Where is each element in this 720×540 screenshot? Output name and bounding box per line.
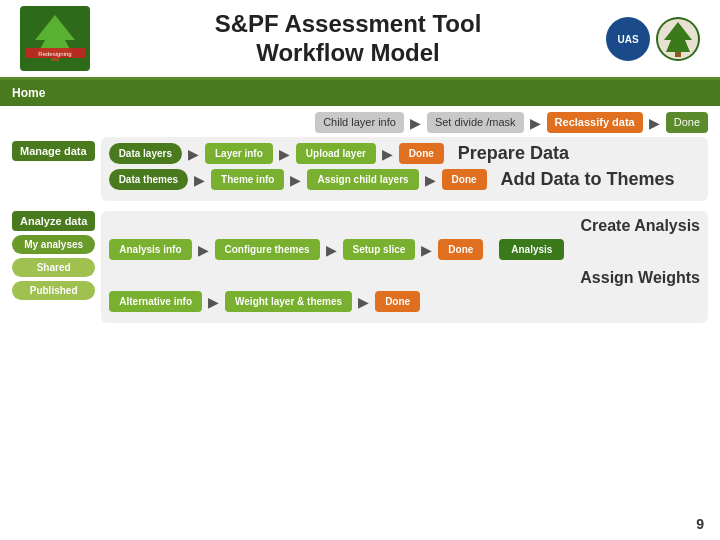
logo-uas: UAS (606, 17, 650, 61)
svg-rect-9 (675, 52, 681, 57)
step-done-top[interactable]: Done (666, 112, 708, 133)
step-reclassify-data[interactable]: Reclassify data (547, 112, 643, 133)
done-analysis: Done (438, 239, 483, 260)
arrow-dt3: ▶ (425, 172, 436, 188)
logo-tree (656, 17, 700, 61)
arrow3: ▶ (649, 115, 660, 131)
rect-theme-info[interactable]: Theme info (211, 169, 284, 190)
title-line1: S&PF Assessment Tool (90, 10, 606, 39)
svg-text:UAS: UAS (617, 34, 638, 45)
done-data-layers: Done (399, 143, 444, 164)
header-logos-right: UAS (606, 17, 700, 61)
create-analysis-label: Create Analysis (581, 217, 700, 235)
analyze-data-label: Analyze data (12, 211, 95, 231)
arrow-dt1: ▶ (194, 172, 205, 188)
arrow-aw2: ▶ (358, 294, 369, 310)
manage-data-label: Manage data (12, 141, 95, 161)
oval-data-themes[interactable]: Data themes (109, 169, 188, 190)
nav-home[interactable]: Home (12, 86, 45, 100)
arrow-dt2: ▶ (290, 172, 301, 188)
step-set-divide-mask[interactable]: Set divide /mask (427, 112, 524, 133)
sub-shared[interactable]: Shared (12, 258, 95, 277)
label-add-data-themes: Add Data to Themes (501, 169, 675, 190)
workflow-row-data-themes: Data themes ▶ Theme info ▶ Assign child … (109, 169, 700, 190)
header-title: S&PF Assessment Tool Workflow Model (90, 10, 606, 68)
step-child-layer-info[interactable]: Child layer info (315, 112, 404, 133)
navbar: Home (0, 80, 720, 106)
sub-published[interactable]: Published (12, 281, 95, 300)
logo-left-text: Redesigning (25, 10, 85, 68)
arrow-a1: ▶ (198, 242, 209, 258)
workflow-row-data-layers: Data layers ▶ Layer info ▶ Upload layer … (109, 143, 700, 164)
arrow-dl2: ▶ (279, 146, 290, 162)
rect-assign-child-layers[interactable]: Assign child layers (307, 169, 418, 190)
rect-analysis-info[interactable]: Analysis info (109, 239, 191, 260)
done-data-themes: Done (442, 169, 487, 190)
sub-my-analyses[interactable]: My analyses (12, 235, 95, 254)
arrow-aw1: ▶ (208, 294, 219, 310)
rect-analysis[interactable]: Analysis (499, 239, 564, 260)
rect-layer-info[interactable]: Layer info (205, 143, 273, 164)
arrow-a2: ▶ (326, 242, 337, 258)
arrow2: ▶ (530, 115, 541, 131)
rect-weight-layer-themes[interactable]: Weight layer & themes (225, 291, 352, 312)
rect-configure-themes[interactable]: Configure themes (215, 239, 320, 260)
arrow-dl1: ▶ (188, 146, 199, 162)
workflow-row-assign-weights: Alternative info ▶ Weight layer & themes… (109, 291, 700, 312)
rect-upload-layer[interactable]: Upload layer (296, 143, 376, 164)
page-number: 9 (696, 516, 704, 532)
assign-weights-label: Assign Weights (580, 269, 700, 287)
workflow-row-analysis: Analysis info ▶ Configure themes ▶ Setup… (109, 239, 700, 260)
arrow-a3: ▶ (421, 242, 432, 258)
label-prepare-data: Prepare Data (458, 143, 569, 164)
rect-setup-slice[interactable]: Setup slice (343, 239, 416, 260)
header: Redesigning S&PF Assessment Tool Workflo… (0, 0, 720, 80)
svg-text:Redesigning: Redesigning (38, 51, 71, 57)
logo-left: Redesigning (20, 6, 90, 71)
done-assign-weights: Done (375, 291, 420, 312)
arrow-dl3: ▶ (382, 146, 393, 162)
oval-data-layers[interactable]: Data layers (109, 143, 182, 164)
arrow1: ▶ (410, 115, 421, 131)
rect-alternative-info[interactable]: Alternative info (109, 291, 202, 312)
title-line2: Workflow Model (90, 39, 606, 68)
